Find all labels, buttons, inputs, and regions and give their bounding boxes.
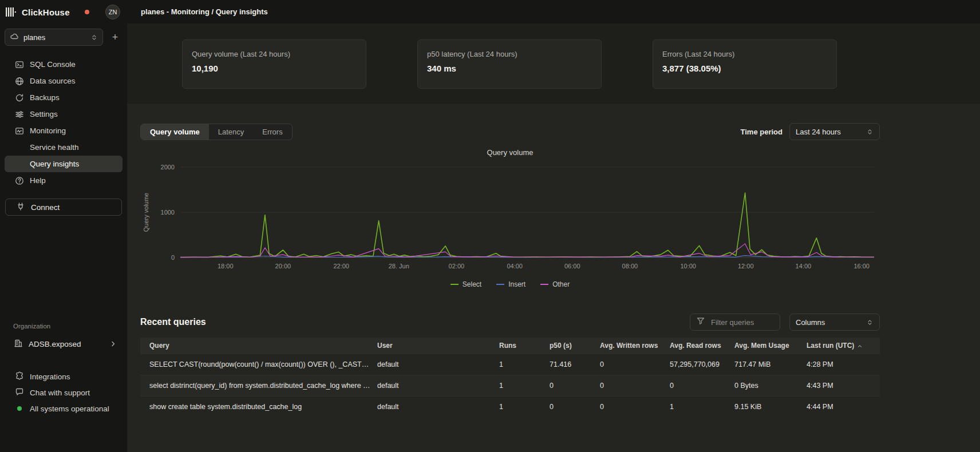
tabs-row: Query volumeLatencyErrors Time period La… <box>140 123 880 140</box>
column-header-label: Avg. Mem Usage <box>734 342 789 350</box>
footer-item-label: Chat with support <box>30 388 90 397</box>
sidebar-item-query-insights[interactable]: Query insights <box>5 156 122 172</box>
integrations-icon <box>15 371 24 382</box>
cell-p50-s: 71.416 <box>550 354 600 375</box>
recent-queries-table: QueryUserRunsp50 (s)Avg. Written rowsAvg… <box>140 338 880 417</box>
cloud-service-icon <box>10 32 19 43</box>
service-name: planes <box>23 33 86 42</box>
sidebar-footer-chat-with-support[interactable]: Chat with support <box>0 384 127 401</box>
columns-select[interactable]: Columns <box>789 314 880 331</box>
filter-queries-input[interactable] <box>710 318 774 327</box>
sidebar-item-label: Service health <box>30 143 79 152</box>
column-header-p50-s[interactable]: p50 (s) <box>550 338 600 354</box>
brand-name: ClickHouse <box>22 7 70 17</box>
sidebar-footer-integrations[interactable]: Integrations <box>0 368 127 384</box>
sidebar-item-backups[interactable]: Backups <box>5 89 122 106</box>
sidebar-item-data-sources[interactable]: Data sources <box>5 73 122 89</box>
time-period-value: Last 24 hours <box>796 128 841 136</box>
table-row[interactable]: SELECT CAST(round(pow(count() / max(coun… <box>140 354 880 375</box>
help-icon <box>15 176 24 185</box>
x-tick-label: 08:00 <box>622 263 638 269</box>
sidebar-item-service-health[interactable]: Service health <box>5 139 122 156</box>
cell-runs: 1 <box>499 375 550 396</box>
connect-button[interactable]: Connect <box>5 199 122 216</box>
y-tick-label: 1000 <box>161 209 175 216</box>
y-axis-label: Query volume <box>143 193 149 232</box>
cell-last-run-utc: 4:44 PM <box>807 396 880 417</box>
sidebar-item-label: Monitoring <box>30 126 66 135</box>
stat-card-value: 3,877 (38.05%) <box>662 64 827 73</box>
columns-label: Columns <box>796 318 825 327</box>
x-tick-label: 14:00 <box>796 263 812 269</box>
time-period-control: Time period Last 24 hours <box>741 123 880 140</box>
recent-queries-title: Recent queries <box>140 317 206 327</box>
column-header-avg-read-rows[interactable]: Avg. Read rows <box>670 338 734 354</box>
breadcrumb: planes - Monitoring / Query insights <box>141 7 268 16</box>
table-header-row: QueryUserRunsp50 (s)Avg. Written rowsAvg… <box>140 338 880 354</box>
avatar[interactable]: ZN <box>105 5 120 19</box>
cell-query: show create table system.distributed_cac… <box>140 396 377 417</box>
table-row[interactable]: show create table system.distributed_cac… <box>140 396 880 417</box>
footer-item-label: All systems operational <box>30 405 109 413</box>
table-row[interactable]: select distrinct(query_id) from system.d… <box>140 375 880 396</box>
cell-avg-read-rows: 1 <box>670 396 734 417</box>
sidebar-item-settings[interactable]: Settings <box>5 106 122 122</box>
chat-icon <box>15 387 24 398</box>
legend-swatch <box>451 284 459 285</box>
tab-errors[interactable]: Errors <box>253 124 291 140</box>
tab-latency[interactable]: Latency <box>209 124 254 140</box>
add-service-button[interactable]: + <box>108 30 122 45</box>
x-tick-label: 20:00 <box>275 263 291 269</box>
column-header-label: p50 (s) <box>550 342 572 350</box>
column-header-query[interactable]: Query <box>140 338 377 354</box>
cell-p50-s: 0 <box>550 375 600 396</box>
cell-runs: 1 <box>499 396 550 417</box>
column-header-label: Last run (UTC) <box>807 342 854 350</box>
backups-icon <box>15 93 24 102</box>
cell-avg-read-rows: 0 <box>670 375 734 396</box>
sidebar-item-sql-console[interactable]: SQL Console <box>5 56 122 73</box>
chevron-updown-icon <box>866 128 874 136</box>
x-tick-label: 22:00 <box>333 263 349 269</box>
x-tick-label: 28. Jun <box>389 263 409 269</box>
column-header-label: Avg. Written rows <box>600 342 658 350</box>
organization-item[interactable]: ADSB.exposed <box>0 335 127 352</box>
tab-query-volume[interactable]: Query volume <box>141 124 209 140</box>
clickhouse-logo-icon <box>6 7 17 17</box>
brand-row: ClickHouse ZN <box>0 0 127 24</box>
sidebar-item-label: Backups <box>30 93 60 102</box>
column-header-avg-mem-usage[interactable]: Avg. Mem Usage <box>734 338 807 354</box>
sidebar-item-help[interactable]: Help <box>5 172 122 189</box>
column-header-label: Query <box>149 342 169 350</box>
column-header-avg-written-rows[interactable]: Avg. Written rows <box>600 338 670 354</box>
stats-band: Query volume (Last 24 hours)10,190p50 la… <box>127 23 980 104</box>
legend-item-select[interactable]: Select <box>451 280 481 288</box>
main-area: planes - Monitoring / Query insights Que… <box>127 0 980 452</box>
column-header-label: User <box>377 342 393 350</box>
query-volume-chart: 01000200018:0020:0022:0028. Jun02:0004:0… <box>140 158 880 276</box>
column-header-last-run-utc[interactable]: Last run (UTC) <box>807 338 880 354</box>
sidebar-footer: IntegrationsChat with supportAll systems… <box>0 368 127 417</box>
time-period-select[interactable]: Last 24 hours <box>789 123 880 140</box>
cell-avg-mem-usage: 9.15 KiB <box>734 396 807 417</box>
column-header-user[interactable]: User <box>377 338 499 354</box>
organization-name: ADSB.exposed <box>29 340 81 348</box>
cell-user: default <box>377 396 499 417</box>
organization-label: Organization <box>0 323 127 335</box>
column-header-runs[interactable]: Runs <box>499 338 550 354</box>
cell-avg-read-rows: 57,295,770,069 <box>670 354 734 375</box>
service-selector[interactable]: planes <box>5 29 103 46</box>
sidebar-footer-all-systems-operational[interactable]: All systems operational <box>0 401 127 417</box>
stat-card-query-volume-last-24-hours: Query volume (Last 24 hours)10,190 <box>182 39 366 89</box>
chart-legend: SelectInsertOther <box>140 280 880 288</box>
cell-runs: 1 <box>499 354 550 375</box>
stat-card-value: 10,190 <box>192 64 357 73</box>
legend-item-other[interactable]: Other <box>540 280 570 288</box>
legend-item-insert[interactable]: Insert <box>496 280 525 288</box>
x-tick-label: 16:00 <box>853 263 870 269</box>
legend-label: Other <box>552 280 570 288</box>
stat-card-label: Errors (Last 24 hours) <box>662 50 827 58</box>
service-row: planes + <box>0 24 127 49</box>
sidebar-item-monitoring[interactable]: Monitoring <box>5 122 122 139</box>
chevron-right-icon <box>109 339 118 348</box>
